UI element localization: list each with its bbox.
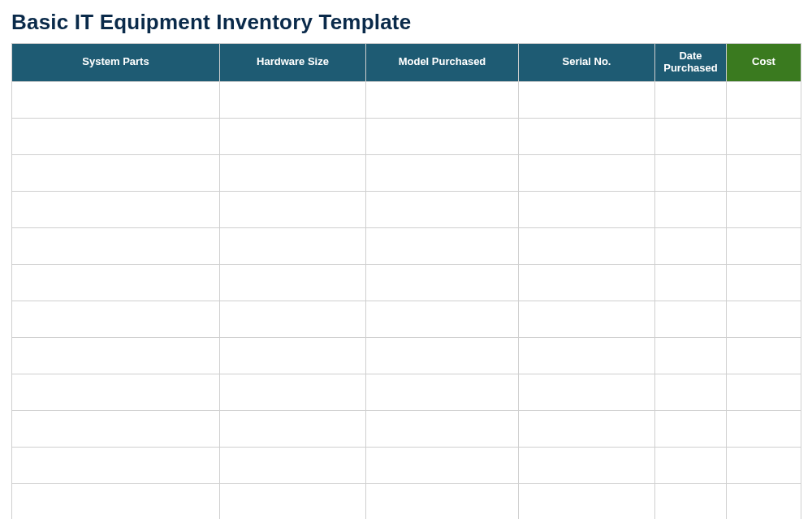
cell-date-purchased[interactable] xyxy=(655,227,727,264)
table-row xyxy=(12,483,801,519)
cell-system-parts[interactable] xyxy=(12,81,220,118)
cell-cost[interactable] xyxy=(727,374,801,410)
table-row xyxy=(12,337,801,374)
cell-model-purchased[interactable] xyxy=(366,81,519,118)
cell-hardware-size[interactable] xyxy=(220,227,366,264)
col-header-hardware-size: Hardware Size xyxy=(220,44,366,82)
cell-hardware-size[interactable] xyxy=(220,264,366,301)
cell-serial-no[interactable] xyxy=(519,191,655,227)
cell-model-purchased[interactable] xyxy=(366,301,519,337)
cell-date-purchased[interactable] xyxy=(655,264,727,301)
table-row xyxy=(12,81,801,118)
table-row xyxy=(12,410,801,447)
table-row xyxy=(12,118,801,154)
cell-system-parts[interactable] xyxy=(12,118,220,154)
cell-model-purchased[interactable] xyxy=(366,447,519,483)
cell-system-parts[interactable] xyxy=(12,154,220,191)
cell-cost[interactable] xyxy=(727,483,801,519)
cell-model-purchased[interactable] xyxy=(366,483,519,519)
cell-hardware-size[interactable] xyxy=(220,301,366,337)
cell-hardware-size[interactable] xyxy=(220,337,366,374)
cell-serial-no[interactable] xyxy=(519,301,655,337)
cell-serial-no[interactable] xyxy=(519,337,655,374)
cell-model-purchased[interactable] xyxy=(366,118,519,154)
col-header-serial-no: Serial No. xyxy=(519,44,655,82)
col-header-model-purchased: Model Purchased xyxy=(366,44,519,82)
cell-cost[interactable] xyxy=(727,227,801,264)
table-row xyxy=(12,301,801,337)
cell-hardware-size[interactable] xyxy=(220,374,366,410)
cell-date-purchased[interactable] xyxy=(655,81,727,118)
cell-serial-no[interactable] xyxy=(519,410,655,447)
table-row xyxy=(12,227,801,264)
cell-hardware-size[interactable] xyxy=(220,154,366,191)
table-row xyxy=(12,374,801,410)
cell-serial-no[interactable] xyxy=(519,227,655,264)
cell-model-purchased[interactable] xyxy=(366,374,519,410)
cell-serial-no[interactable] xyxy=(519,264,655,301)
cell-cost[interactable] xyxy=(727,337,801,374)
col-header-date-purchased: Date Purchased xyxy=(655,44,727,82)
cell-serial-no[interactable] xyxy=(519,374,655,410)
cell-cost[interactable] xyxy=(727,81,801,118)
cell-system-parts[interactable] xyxy=(12,337,220,374)
cell-model-purchased[interactable] xyxy=(366,154,519,191)
cell-system-parts[interactable] xyxy=(12,301,220,337)
cell-model-purchased[interactable] xyxy=(366,227,519,264)
cell-hardware-size[interactable] xyxy=(220,191,366,227)
table-row xyxy=(12,154,801,191)
cell-date-purchased[interactable] xyxy=(655,483,727,519)
cell-cost[interactable] xyxy=(727,301,801,337)
cell-cost[interactable] xyxy=(727,264,801,301)
cell-date-purchased[interactable] xyxy=(655,374,727,410)
cell-date-purchased[interactable] xyxy=(655,118,727,154)
cell-date-purchased[interactable] xyxy=(655,154,727,191)
cell-cost[interactable] xyxy=(727,410,801,447)
cell-hardware-size[interactable] xyxy=(220,410,366,447)
cell-date-purchased[interactable] xyxy=(655,410,727,447)
cell-cost[interactable] xyxy=(727,154,801,191)
cell-date-purchased[interactable] xyxy=(655,447,727,483)
cell-system-parts[interactable] xyxy=(12,447,220,483)
table-row xyxy=(12,191,801,227)
inventory-table: System Parts Hardware Size Model Purchas… xyxy=(11,43,801,519)
cell-date-purchased[interactable] xyxy=(655,301,727,337)
cell-date-purchased[interactable] xyxy=(655,191,727,227)
cell-cost[interactable] xyxy=(727,191,801,227)
table-header: System Parts Hardware Size Model Purchas… xyxy=(12,44,801,82)
cell-hardware-size[interactable] xyxy=(220,447,366,483)
cell-system-parts[interactable] xyxy=(12,191,220,227)
cell-model-purchased[interactable] xyxy=(366,410,519,447)
cell-model-purchased[interactable] xyxy=(366,337,519,374)
cell-system-parts[interactable] xyxy=(12,483,220,519)
cell-serial-no[interactable] xyxy=(519,81,655,118)
cell-date-purchased[interactable] xyxy=(655,337,727,374)
cell-serial-no[interactable] xyxy=(519,118,655,154)
cell-system-parts[interactable] xyxy=(12,410,220,447)
col-header-cost: Cost xyxy=(727,44,801,82)
table-row xyxy=(12,447,801,483)
cell-cost[interactable] xyxy=(727,447,801,483)
cell-model-purchased[interactable] xyxy=(366,191,519,227)
cell-system-parts[interactable] xyxy=(12,264,220,301)
page-title: Basic IT Equipment Inventory Template xyxy=(11,10,801,35)
cell-system-parts[interactable] xyxy=(12,227,220,264)
cell-hardware-size[interactable] xyxy=(220,118,366,154)
cell-hardware-size[interactable] xyxy=(220,483,366,519)
col-header-system-parts: System Parts xyxy=(12,44,220,82)
cell-serial-no[interactable] xyxy=(519,483,655,519)
cell-serial-no[interactable] xyxy=(519,154,655,191)
cell-system-parts[interactable] xyxy=(12,374,220,410)
cell-cost[interactable] xyxy=(727,118,801,154)
cell-model-purchased[interactable] xyxy=(366,264,519,301)
cell-serial-no[interactable] xyxy=(519,447,655,483)
table-body xyxy=(12,81,801,519)
cell-hardware-size[interactable] xyxy=(220,81,366,118)
table-row xyxy=(12,264,801,301)
